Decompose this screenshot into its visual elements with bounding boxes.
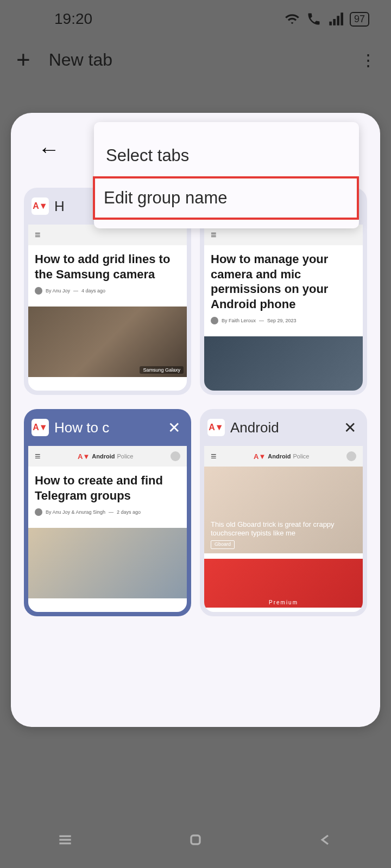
status-time: 19:20 — [54, 10, 92, 28]
tab-card[interactable]: A▼ Android ✕ ≡ A▼ Android Police This ol… — [200, 409, 367, 616]
preview-byline: By Faith Leroux — Sep 29, 2023 — [211, 317, 356, 324]
preview-red-card: Premium — [204, 559, 363, 608]
tab-title: How to c — [54, 419, 159, 436]
account-icon — [171, 451, 180, 461]
close-tab-icon[interactable]: ✕ — [165, 419, 184, 437]
back-button[interactable]: ← — [38, 137, 60, 162]
author-name: By Anu Joy — [46, 288, 70, 293]
author-name: By Anu Joy & Anurag Singh — [46, 509, 105, 515]
image-label: Samsung Galaxy — [140, 366, 184, 374]
premium-label: Premium — [269, 599, 298, 605]
tab-group-sheet: ← Select tabs Edit group name A▼ H ✕ ≡ H… — [11, 113, 380, 727]
select-tabs-menu-item[interactable]: Select tabs — [94, 133, 359, 178]
tab-favicon: A▼ — [31, 419, 49, 436]
hamburger-icon: ≡ — [211, 451, 217, 462]
browser-toolbar: + New tab ⋮ — [0, 38, 391, 81]
signal-icon — [328, 11, 343, 27]
hamburger-icon: ≡ — [35, 451, 41, 462]
preview-image — [28, 528, 187, 598]
preview-byline: By Anu Joy — 4 days ago — [35, 287, 180, 295]
publish-date: 4 days ago — [81, 288, 105, 293]
new-tab-button[interactable]: New tab — [49, 50, 360, 70]
preview-headline: How to add grid lines to the Samsung cam… — [35, 252, 180, 282]
author-avatar — [35, 508, 42, 516]
tab-title: Android — [230, 419, 335, 436]
edit-group-name-menu-item[interactable]: Edit group name — [93, 176, 359, 220]
hamburger-icon: ≡ — [211, 229, 217, 241]
more-menu-icon[interactable]: ⋮ — [360, 50, 375, 69]
recent-apps-button[interactable] — [56, 831, 74, 851]
svg-rect-3 — [191, 835, 200, 844]
preview-headline: How to manage your camera and mic permis… — [211, 252, 356, 311]
tab-preview: ≡ A▼ Android Police This old Gboard tric… — [204, 446, 363, 612]
preview-image — [204, 336, 363, 391]
tab-favicon: A▼ — [207, 419, 225, 436]
tab-preview: ≡ How to add grid lines to the Samsung c… — [28, 225, 187, 391]
preview-image: Samsung Galaxy — [28, 307, 187, 377]
article-overlay-title: This old Gboard trick is great for crapp… — [211, 520, 356, 549]
tabs-grid: A▼ H ✕ ≡ How to add grid lines to the Sa… — [24, 188, 367, 616]
site-brand: A▼ Android Police — [228, 452, 336, 461]
wifi-icon — [285, 11, 300, 27]
status-bar: 19:20 97 — [0, 0, 391, 38]
system-nav-bar — [0, 825, 391, 857]
status-icons: 97 — [285, 11, 369, 27]
context-menu: Select tabs Edit group name — [94, 122, 359, 228]
close-tab-icon[interactable]: ✕ — [340, 419, 360, 437]
publish-date: 2 days ago — [117, 509, 141, 515]
tab-card[interactable]: A▼ How to c ✕ ≡ A▼ Android Police How to… — [24, 409, 191, 616]
tab-favicon: A▼ — [31, 197, 49, 215]
back-button[interactable] — [317, 831, 335, 851]
hamburger-icon: ≡ — [35, 229, 41, 241]
preview-topbar: ≡ A▼ Android Police — [204, 446, 363, 467]
tab-header: A▼ How to c ✕ — [24, 409, 191, 446]
author-avatar — [211, 317, 218, 324]
tab-preview: ≡ A▼ Android Police How to create and fi… — [28, 446, 187, 612]
home-button[interactable] — [187, 831, 204, 851]
tab-header: A▼ Android ✕ — [200, 409, 367, 446]
author-avatar — [35, 287, 42, 295]
preview-topbar: ≡ A▼ Android Police — [28, 446, 187, 467]
new-tab-icon[interactable]: + — [16, 46, 30, 73]
author-name: By Faith Leroux — [222, 318, 256, 323]
phone-icon — [306, 11, 321, 27]
article-badge: Gboard — [211, 540, 235, 549]
battery-level: 97 — [350, 12, 369, 27]
site-brand: A▼ Android Police — [52, 452, 160, 461]
preview-byline: By Anu Joy & Anurag Singh — 2 days ago — [35, 508, 180, 516]
tab-preview: ≡ How to manage your camera and mic perm… — [204, 225, 363, 391]
preview-headline: How to create and find Telegram groups — [35, 473, 180, 503]
preview-article-image: This old Gboard trick is great for crapp… — [204, 467, 363, 553]
account-icon — [346, 451, 356, 461]
publish-date: Sep 29, 2023 — [267, 318, 297, 323]
